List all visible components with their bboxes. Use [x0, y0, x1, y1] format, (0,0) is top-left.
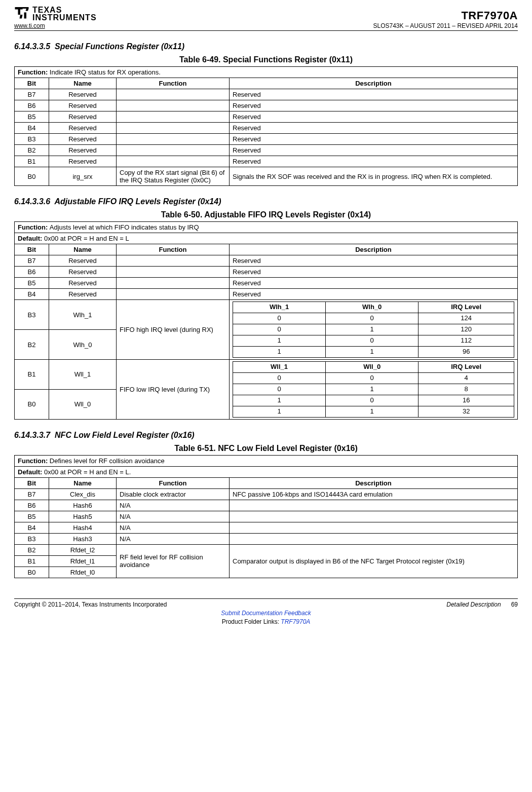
page-footer: Copyright © 2011–2014, Texas Instruments…: [14, 598, 518, 626]
table-49-function: Function: Indicate IRQ status for RX ope…: [15, 67, 518, 78]
table-row: B4Hash4N/A: [15, 522, 518, 533]
table-row: B5Hash5N/A: [15, 511, 518, 522]
table-49-header-row: Bit Name Function Description: [15, 78, 518, 89]
table-51-function: Function: Defines level for RF collision…: [15, 455, 518, 466]
table-row: B6ReservedReserved: [15, 100, 518, 111]
ti-logo: TEXAS INSTRUMENTS: [14, 6, 97, 21]
table-50-default: Default: 0x00 at POR = H and EN = L: [15, 233, 518, 244]
table-49: Function: Indicate IRQ status for RX ope…: [14, 66, 518, 186]
table-row: B6ReservedReserved: [15, 267, 518, 278]
part-number: TRF7970A: [373, 9, 518, 22]
table-caption-50: Table 6-50. Adjustable FIFO IRQ Levels R…: [14, 210, 518, 219]
table-row: B3Hash3N/A: [15, 533, 518, 544]
table-51-default: Default: 0x00 at POR = H and EN = L.: [15, 466, 518, 477]
page-header: TEXAS INSTRUMENTS www.ti.com TRF7970A SL…: [14, 6, 518, 31]
truth-table-high: Wlh_1Wlh_0IRQ Level0012401120101121196: [230, 300, 518, 360]
table-row: B4ReservedReserved: [15, 123, 518, 134]
table-51-header-row: Bit Name Function Description: [15, 477, 518, 488]
page-number: 69: [511, 601, 518, 608]
table-50-function: Function: Adjusts level at which FIFO in…: [15, 222, 518, 233]
table-row: B0irg_srxCopy of the RX start signal (Bi…: [15, 167, 518, 186]
product-folder-link[interactable]: TRF7970A: [281, 618, 310, 625]
folder-links-prefix: Product Folder Links:: [222, 618, 281, 625]
ti-logo-icon: [14, 6, 29, 20]
table-row: B7Clex_disDisable clock extractorNFC pas…: [15, 488, 518, 500]
table-50: Function: Adjusts level at which FIFO in…: [14, 221, 518, 419]
table-row: B7ReservedReserved: [15, 255, 518, 267]
section-heading-2: 6.14.3.3.6 Adjustable FIFO IRQ Levels Re…: [14, 197, 518, 206]
table-row: B1ReservedReserved: [15, 156, 518, 167]
table-row: B2ReservedReserved: [15, 145, 518, 156]
table-50-header-row: Bit Name Function Description: [15, 244, 518, 255]
section-heading-1: 6.14.3.3.5 Special Functions Register (0…: [14, 42, 518, 51]
copyright-text: Copyright © 2011–2014, Texas Instruments…: [14, 601, 167, 608]
logo-text-bottom: INSTRUMENTS: [32, 14, 97, 21]
table-51-row-b2: B2 Rfdet_l2 RF field level for RF collis…: [15, 544, 518, 555]
header-left: TEXAS INSTRUMENTS www.ti.com: [14, 6, 97, 29]
ti-url-link[interactable]: www.ti.com: [14, 22, 97, 29]
table-row: B6Hash6N/A: [15, 500, 518, 511]
table-row: B5ReservedReserved: [15, 278, 518, 289]
table-50-row-b1: B1 Wll_1 FIFO low IRQ level (during TX) …: [15, 360, 518, 390]
table-row: B4ReservedReserved: [15, 289, 518, 300]
table-caption-51: Table 6-51. NFC Low Field Level Register…: [14, 444, 518, 453]
table-50-row-b3: B3 Wlh_1 FIFO high IRQ level (during RX)…: [15, 300, 518, 330]
table-caption-49: Table 6-49. Special Functions Register (…: [14, 55, 518, 64]
logo-text-top: TEXAS: [32, 6, 97, 14]
section-heading-3: 6.14.3.3.7 NFC Low Field Level Register …: [14, 431, 518, 440]
doc-revision: SLOS743K – AUGUST 2011 – REVISED APRIL 2…: [373, 22, 518, 29]
table-51: Function: Defines level for RF collision…: [14, 455, 518, 578]
table-row: B7ReservedReserved: [15, 89, 518, 100]
header-right: TRF7970A SLOS743K – AUGUST 2011 – REVISE…: [373, 9, 518, 29]
table-row: B5ReservedReserved: [15, 111, 518, 123]
submit-feedback-link[interactable]: Submit Documentation Feedback: [221, 610, 311, 617]
footer-section-label: Detailed Description69: [446, 601, 518, 608]
truth-table-low: Wll_1Wll_0IRQ Level00401810161132: [230, 360, 518, 420]
table-row: B3ReservedReserved: [15, 134, 518, 145]
